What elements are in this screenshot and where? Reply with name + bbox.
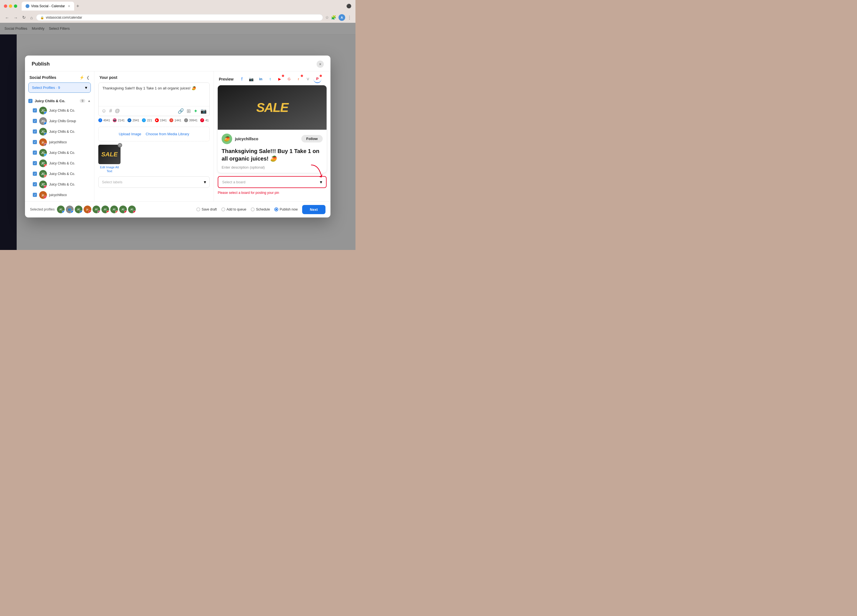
profile-name-8: juicychillsco <box>49 193 91 197</box>
star-icon[interactable]: ☆ <box>325 15 329 20</box>
profile-avatar-7: JC P <box>39 181 47 188</box>
profile-item-8[interactable]: ✓ jc P juicychillsco <box>25 190 94 200</box>
footer-avatar-1: 👥 <box>66 206 74 213</box>
profile-group-header: ✓ Juicy Chills & Co. 9 ▲ <box>25 97 94 105</box>
browser-tab-active[interactable]: Vista Social - Calendar ✕ <box>22 2 74 11</box>
edit-alt-text-button[interactable]: Edit Image Alt Text <box>98 165 121 173</box>
camera-button[interactable]: 📷 <box>201 108 207 114</box>
back-button[interactable]: ← <box>4 15 10 20</box>
platform-reddit[interactable]: r <box>295 75 302 83</box>
profile-checkbox-3[interactable]: ✓ <box>33 140 37 144</box>
reload-button[interactable]: ↻ <box>21 14 27 20</box>
profile-checkbox-6[interactable]: ✓ <box>33 172 37 176</box>
upload-image-button[interactable]: Upload Image <box>119 132 141 136</box>
profile-checkbox-7[interactable]: ✓ <box>33 182 37 186</box>
profile-item-6[interactable]: ✓ JC G Juicy Chills & Co. <box>25 169 94 179</box>
profile-checkbox-8[interactable]: ✓ <box>33 193 37 197</box>
labels-dropdown[interactable]: Select labels ▾ <box>98 176 210 188</box>
platform-yt[interactable]: ▶ <box>276 75 283 83</box>
profile-item-5[interactable]: ✓ JC ▶ Juicy Chills & Co. <box>25 158 94 169</box>
profile-item-1[interactable]: ✓ JG 👥 Juicy Chills Group <box>25 116 94 126</box>
schedule-radio[interactable] <box>251 207 255 211</box>
platform-pi[interactable]: P <box>314 75 321 83</box>
extensions-icon[interactable]: 🧩 <box>331 15 336 20</box>
follow-button[interactable]: Follow <box>301 135 323 142</box>
hashtag-button[interactable]: # <box>109 108 112 114</box>
profile-item-2[interactable]: ✓ JC in Juicy Chills & Co. <box>25 126 94 137</box>
footer-pi-badge-7: P <box>124 210 127 213</box>
profile-icon: ⚫ <box>346 4 351 9</box>
address-bar[interactable]: 🔒 vistasocial.com/calendar <box>36 14 323 21</box>
group-toggle-icon[interactable]: ▲ <box>88 99 91 103</box>
modal-overlay: Publish × Social Profiles ⚡ ❮ <box>0 23 356 250</box>
group-checkbox[interactable]: ✓ <box>28 99 32 103</box>
post-content-input[interactable]: Thanksgiving Sale!!! Buy 1 Take 1 on all… <box>99 83 209 105</box>
maximize-traffic-light[interactable] <box>14 5 17 8</box>
tab-close-icon[interactable]: ✕ <box>68 5 70 8</box>
pi-badge-icon-8: P <box>44 196 47 199</box>
char-count-ig: 📷 2141 <box>113 118 124 122</box>
profile-name-7: Juicy Chills & Co. <box>49 183 91 186</box>
platform-fb[interactable]: f <box>238 75 246 83</box>
profiles-list: ✓ Juicy Chills & Co. 9 ▲ ✓ JC <box>25 96 94 201</box>
grid-button[interactable]: ⊞ <box>187 108 191 114</box>
platform-ig[interactable]: 📷 <box>248 75 255 83</box>
footer-gm-badge: G <box>115 210 118 213</box>
tab-title: Vista Social - Calendar <box>31 4 65 8</box>
profile-checkbox-4[interactable]: ✓ <box>33 150 37 155</box>
save-draft-radio[interactable] <box>196 207 200 211</box>
new-tab-button[interactable]: + <box>76 3 79 9</box>
forward-button[interactable]: → <box>12 15 19 20</box>
ai-button[interactable]: ✦ <box>193 108 198 114</box>
filter-icon[interactable]: ⚡ <box>79 75 84 80</box>
add-to-queue-label: Add to queue <box>227 207 246 211</box>
platform-tw[interactable]: t <box>266 75 274 83</box>
platform-gm[interactable]: G <box>285 75 293 83</box>
yt-count-icon: ▶ <box>155 118 159 122</box>
add-to-queue-option[interactable]: Add to queue <box>221 207 246 211</box>
preview-platforms: f 📷 in t <box>238 75 321 83</box>
profile-checkbox-5[interactable]: ✓ <box>33 161 37 165</box>
media-upload-area: Upload Image Choose from Media Library <box>98 127 210 141</box>
footer-pi-badge-3: P <box>88 210 91 213</box>
profile-avatar-5: JC ▶ <box>39 159 47 167</box>
preview-username: juicychillsco <box>235 137 301 141</box>
post-textarea-area[interactable]: Thanksgiving Sale!!! Buy 1 Take 1 on all… <box>98 82 210 116</box>
collapse-icon[interactable]: ❮ <box>87 75 90 80</box>
profile-checkbox-0[interactable]: ✓ <box>33 108 37 113</box>
profile-item-3[interactable]: ✓ jc 📷 juicychillsco <box>25 137 94 147</box>
minimize-traffic-light[interactable] <box>9 5 12 8</box>
menu-icon[interactable]: ⋮ <box>347 15 351 20</box>
profile-checkbox-2[interactable]: ✓ <box>33 129 37 133</box>
publish-modal: Publish × Social Profiles ⚡ ❮ <box>25 56 331 217</box>
profile-item-4[interactable]: ✓ JC t Juicy Chills & Co. <box>25 147 94 158</box>
add-to-queue-radio[interactable] <box>221 207 225 211</box>
post-editor-title: Your post <box>99 75 117 80</box>
next-button[interactable]: Next <box>302 205 325 214</box>
emoji-button[interactable]: ☺ <box>101 108 106 114</box>
pi-count-icon: P <box>200 118 204 122</box>
home-button[interactable]: ⌂ <box>29 15 34 20</box>
platform-li[interactable]: in <box>257 75 265 83</box>
post-editor: Your post Thanksgiving Sale!!! Buy 1 Tak… <box>94 71 214 201</box>
close-traffic-light[interactable] <box>4 5 7 8</box>
modal-close-button[interactable]: × <box>317 60 324 68</box>
platform-vt[interactable]: V <box>304 75 312 83</box>
browser-window: Vista Social - Calendar ✕ + ⚫ ← → ↻ ⌂ 🔒 … <box>0 0 356 250</box>
mention-button[interactable]: @ <box>115 108 120 114</box>
preview-header: Preview f 📷 in <box>214 71 331 85</box>
publish-now-radio[interactable] <box>274 207 278 211</box>
media-library-button[interactable]: Choose from Media Library <box>146 132 189 136</box>
save-draft-option[interactable]: Save draft <box>196 207 217 211</box>
select-profiles-dropdown[interactable]: Select Profiles · 9 ▾ <box>28 82 91 93</box>
profile-item-7[interactable]: ✓ JC P Juicy Chills & Co. <box>25 179 94 190</box>
schedule-option[interactable]: Schedule <box>251 207 270 211</box>
profile-item-0[interactable]: ✓ JC f Juicy Chills & Co. <box>25 105 94 116</box>
image-remove-button[interactable]: × <box>118 143 122 147</box>
user-avatar[interactable]: A <box>339 14 345 21</box>
footer-li-badge: in <box>80 210 82 213</box>
profile-checkbox-1[interactable]: ✓ <box>33 119 37 123</box>
publish-now-option[interactable]: Publish now <box>274 207 298 211</box>
tw-count-icon: t <box>142 118 146 122</box>
link-button[interactable]: 🔗 <box>178 108 184 114</box>
